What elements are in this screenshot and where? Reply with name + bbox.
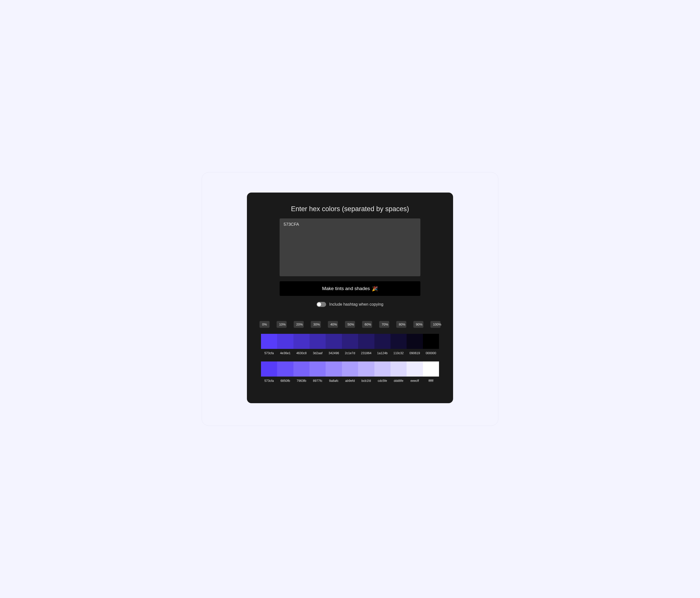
percent-pill: 100% xyxy=(430,321,441,328)
percent-pill: 80% xyxy=(396,321,406,328)
shade-swatch[interactable] xyxy=(406,334,423,349)
tint-swatch[interactable] xyxy=(423,361,439,376)
shade-swatch[interactable] xyxy=(294,334,309,349)
percent-pill: 70% xyxy=(379,321,389,328)
tint-swatch[interactable] xyxy=(309,361,326,376)
tint-swatch[interactable] xyxy=(406,361,423,376)
toggle-row: Include hashtag when copying xyxy=(317,302,383,307)
shade-swatch[interactable] xyxy=(326,334,342,349)
toggle-label: Include hashtag when copying xyxy=(329,302,383,307)
tint-swatch[interactable] xyxy=(326,361,342,376)
tint-hex-label[interactable]: 7963fb xyxy=(294,379,309,383)
tint-hex-label[interactable]: cdc5fe xyxy=(374,379,391,383)
hex-input[interactable] xyxy=(280,218,420,276)
shade-hex-label[interactable]: 342496 xyxy=(326,352,342,355)
shade-hex-label[interactable]: 000000 xyxy=(423,352,439,355)
make-button-label: Make tints and shades xyxy=(322,286,370,291)
tint-swatch[interactable] xyxy=(391,361,406,376)
percent-pill: 50% xyxy=(345,321,355,328)
page-title: Enter hex colors (separated by spaces) xyxy=(261,205,439,213)
tint-swatch[interactable] xyxy=(374,361,391,376)
shade-hex-label[interactable]: 1a124b xyxy=(374,352,391,355)
toggle-knob xyxy=(317,303,321,306)
shade-swatch[interactable] xyxy=(374,334,391,349)
percent-pill: 60% xyxy=(362,321,372,328)
tint-hex-label[interactable]: ab9efd xyxy=(342,379,358,383)
tint-swatch[interactable] xyxy=(294,361,309,376)
tint-hex-label[interactable]: bcb1fd xyxy=(358,379,374,383)
percent-pill: 0% xyxy=(259,321,270,328)
shade-hex-label[interactable]: 3d2aaf xyxy=(309,352,326,355)
shade-swatch[interactable] xyxy=(277,334,293,349)
tints-strip xyxy=(261,361,439,376)
tint-hex-label[interactable]: 6850fb xyxy=(277,379,293,383)
party-popper-icon: 🎉 xyxy=(372,286,378,292)
tint-hex-label[interactable]: 8977fc xyxy=(309,379,326,383)
shades-section: 573cfa 4e36e1 4630c8 3d2aaf 342496 2c1e7… xyxy=(261,334,439,355)
tint-swatch[interactable] xyxy=(342,361,358,376)
percent-pill: 20% xyxy=(294,321,304,328)
shade-swatch[interactable] xyxy=(342,334,358,349)
shade-swatch[interactable] xyxy=(309,334,326,349)
shades-strip xyxy=(261,334,439,349)
tool-card: Enter hex colors (separated by spaces) M… xyxy=(247,192,453,403)
shades-hex-row: 573cfa 4e36e1 4630c8 3d2aaf 342496 2c1e7… xyxy=(261,352,439,355)
percent-row: 0% 10% 20% 30% 40% 50% 60% 70% 80% 90% 1… xyxy=(261,321,439,328)
tint-swatch[interactable] xyxy=(358,361,374,376)
percent-pill: 90% xyxy=(414,321,423,328)
shade-hex-label[interactable]: 4e36e1 xyxy=(277,352,293,355)
input-section: Make tints and shades 🎉 Include hashtag … xyxy=(261,218,439,321)
shade-hex-label[interactable]: 2c1e7d xyxy=(342,352,358,355)
shade-hex-label[interactable]: 231864 xyxy=(358,352,374,355)
shade-hex-label[interactable]: 573cfa xyxy=(261,352,277,355)
tint-hex-label[interactable]: ddd8fe xyxy=(391,379,406,383)
tint-hex-label[interactable]: ffffff xyxy=(423,379,439,383)
outer-frame: Enter hex colors (separated by spaces) M… xyxy=(202,172,498,425)
shade-hex-label[interactable]: 090619 xyxy=(406,352,423,355)
percent-pill: 30% xyxy=(311,321,321,328)
tint-swatch[interactable] xyxy=(277,361,293,376)
tint-hex-label[interactable]: 9a8afc xyxy=(326,379,342,383)
shade-swatch[interactable] xyxy=(261,334,277,349)
percent-pill: 10% xyxy=(277,321,286,328)
shade-swatch[interactable] xyxy=(423,334,439,349)
shade-swatch[interactable] xyxy=(391,334,406,349)
tint-hex-label[interactable]: eeecff xyxy=(406,379,423,383)
tint-swatch[interactable] xyxy=(261,361,277,376)
hashtag-toggle[interactable] xyxy=(317,302,326,307)
tints-section: 573cfa 6850fb 7963fb 8977fc 9a8afc ab9ef… xyxy=(261,361,439,383)
shade-hex-label[interactable]: 4630c8 xyxy=(294,352,309,355)
shade-swatch[interactable] xyxy=(358,334,374,349)
percent-pill: 40% xyxy=(328,321,338,328)
shade-hex-label[interactable]: 110c32 xyxy=(391,352,406,355)
tints-hex-row: 573cfa 6850fb 7963fb 8977fc 9a8afc ab9ef… xyxy=(261,379,439,383)
make-button[interactable]: Make tints and shades 🎉 xyxy=(280,281,420,296)
tint-hex-label[interactable]: 573cfa xyxy=(261,379,277,383)
